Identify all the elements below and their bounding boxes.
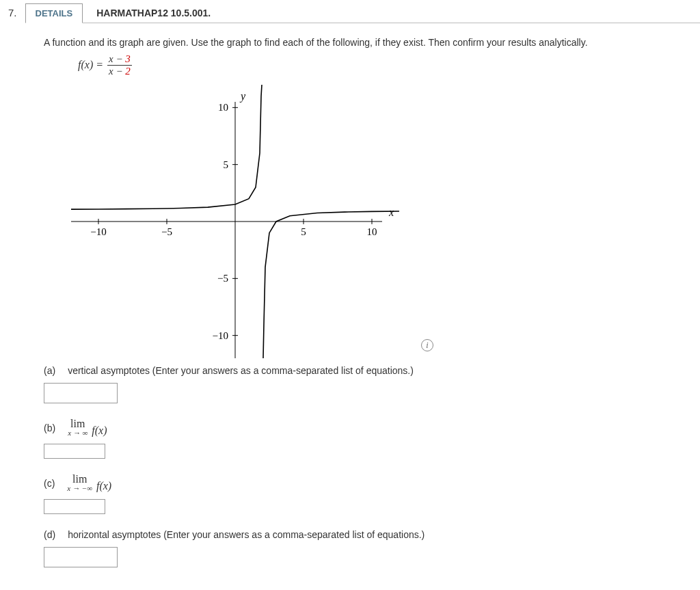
problem-body: A function and its graph are given. Use … bbox=[30, 23, 700, 589]
lim-c-bot: x → −∞ bbox=[67, 485, 92, 492]
frac-num-a: x − bbox=[109, 53, 123, 64]
svg-text:5: 5 bbox=[301, 226, 306, 237]
question-number: 7. bbox=[5, 7, 25, 18]
chart-svg: −10−5510−10−5510xy bbox=[71, 85, 399, 358]
frac-den-a: x − bbox=[109, 66, 123, 77]
part-b: (b) lim x → ∞ f(x) bbox=[44, 418, 686, 459]
lim-c-top: lim bbox=[72, 474, 87, 485]
part-d-text: horizontal asymptotes (Enter your answer… bbox=[68, 529, 425, 540]
limit-c: lim x → −∞ bbox=[67, 474, 92, 492]
svg-text:−10: −10 bbox=[213, 330, 228, 341]
lim-b-top: lim bbox=[70, 418, 85, 429]
func-lhs: f(x) = bbox=[78, 59, 103, 71]
svg-text:−5: −5 bbox=[161, 226, 172, 237]
fx-c: f(x) bbox=[96, 480, 111, 492]
svg-text:10: 10 bbox=[218, 102, 228, 113]
part-c-label: (c) bbox=[44, 478, 55, 489]
svg-text:10: 10 bbox=[367, 226, 377, 237]
answer-input-a[interactable] bbox=[44, 383, 118, 403]
limit-b: lim x → ∞ bbox=[68, 418, 88, 437]
svg-text:x: x bbox=[388, 206, 394, 218]
part-a: (a) vertical asymptotes (Enter your answ… bbox=[44, 365, 686, 403]
parts: (a) vertical asymptotes (Enter your answ… bbox=[44, 365, 686, 567]
intro-text: A function and its graph are given. Use … bbox=[44, 37, 686, 48]
svg-text:−10: −10 bbox=[90, 226, 106, 237]
fraction: x − 3 x − 2 bbox=[107, 53, 132, 77]
info-icon[interactable]: i bbox=[421, 339, 433, 351]
graph: −10−5510−10−5510xy i bbox=[71, 85, 399, 358]
part-b-label: (b) bbox=[44, 423, 55, 433]
svg-text:−5: −5 bbox=[217, 273, 228, 284]
frac-den-b: 2 bbox=[125, 66, 131, 77]
part-a-label: (a) bbox=[44, 365, 55, 376]
answer-input-b[interactable] bbox=[44, 444, 105, 459]
frac-num-b: 3 bbox=[125, 53, 131, 64]
details-button[interactable]: DETAILS bbox=[25, 3, 83, 23]
function-definition: f(x) = x − 3 x − 2 bbox=[78, 53, 686, 77]
part-a-text: vertical asymptotes (Enter your answers … bbox=[68, 365, 414, 376]
part-d: (d) horizontal asymptotes (Enter your an… bbox=[44, 529, 686, 567]
answer-input-c[interactable] bbox=[44, 499, 105, 514]
problem-code: HARMATHAP12 10.5.001. bbox=[96, 8, 211, 18]
part-d-label: (d) bbox=[44, 529, 55, 540]
answer-input-d[interactable] bbox=[44, 547, 118, 567]
fx-b: f(x) bbox=[92, 425, 107, 437]
svg-text:y: y bbox=[239, 90, 246, 103]
lim-b-bot: x → ∞ bbox=[68, 429, 88, 437]
part-c: (c) lim x → −∞ f(x) bbox=[44, 474, 686, 514]
svg-text:5: 5 bbox=[224, 159, 229, 170]
